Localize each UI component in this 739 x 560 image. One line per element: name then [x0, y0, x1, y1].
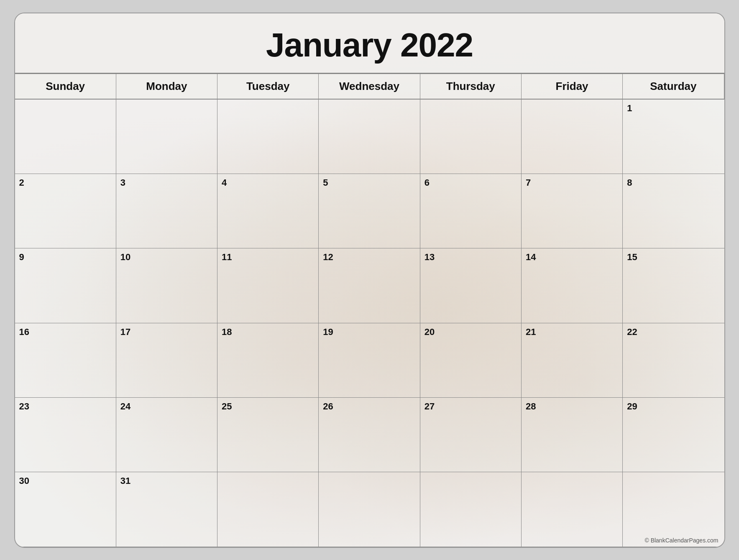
day-cell	[623, 472, 724, 547]
day-cell	[522, 100, 623, 174]
day-cell-20: 20	[420, 323, 522, 398]
day-cell-28: 28	[522, 398, 623, 472]
day-cell-30: 30	[15, 472, 116, 547]
day-cell-10: 10	[116, 248, 217, 323]
day-cell-23: 23	[15, 398, 116, 472]
day-cell-29: 29	[623, 398, 724, 472]
day-cell-21: 21	[522, 323, 623, 398]
header-thursday: Thursday	[420, 74, 522, 100]
day-cell-26: 26	[319, 398, 420, 472]
day-cell-5: 5	[319, 174, 420, 248]
day-cell-27: 27	[420, 398, 522, 472]
day-cell-2: 2	[15, 174, 116, 248]
day-cell	[15, 100, 116, 174]
header-tuesday: Tuesday	[217, 74, 319, 100]
day-cell-11: 11	[217, 248, 319, 323]
calendar-container: January 2022 Sunday Monday Tuesday Wedne…	[14, 13, 725, 548]
day-cell	[217, 472, 319, 547]
day-cell	[116, 100, 217, 174]
day-cell-25: 25	[217, 398, 319, 472]
day-cell-8: 8	[623, 174, 724, 248]
day-cell-14: 14	[522, 248, 623, 323]
day-cell-1: 1	[623, 100, 724, 174]
day-cell-31: 31	[116, 472, 217, 547]
day-cell-4: 4	[217, 174, 319, 248]
day-cell	[319, 472, 420, 547]
day-cell-16: 16	[15, 323, 116, 398]
header-monday: Monday	[116, 74, 217, 100]
day-cell-6: 6	[420, 174, 522, 248]
day-cell-13: 13	[420, 248, 522, 323]
day-cell-22: 22	[623, 323, 724, 398]
header-saturday: Saturday	[623, 74, 724, 100]
day-cell-15: 15	[623, 248, 724, 323]
header-friday: Friday	[522, 74, 623, 100]
header-sunday: Sunday	[15, 74, 116, 100]
day-cell-18: 18	[217, 323, 319, 398]
day-cell-7: 7	[522, 174, 623, 248]
day-cell-17: 17	[116, 323, 217, 398]
calendar-grid: Sunday Monday Tuesday Wednesday Thursday…	[15, 74, 724, 547]
calendar-title: January 2022	[15, 13, 724, 73]
watermark: © BlankCalendarPages.com	[644, 537, 718, 544]
day-cell	[217, 100, 319, 174]
day-cell-24: 24	[116, 398, 217, 472]
day-cell-19: 19	[319, 323, 420, 398]
day-cell	[319, 100, 420, 174]
day-cell-9: 9	[15, 248, 116, 323]
day-cell-12: 12	[319, 248, 420, 323]
day-cell-3: 3	[116, 174, 217, 248]
day-cell	[420, 100, 522, 174]
header-wednesday: Wednesday	[319, 74, 420, 100]
day-cell	[522, 472, 623, 547]
day-cell	[420, 472, 522, 547]
